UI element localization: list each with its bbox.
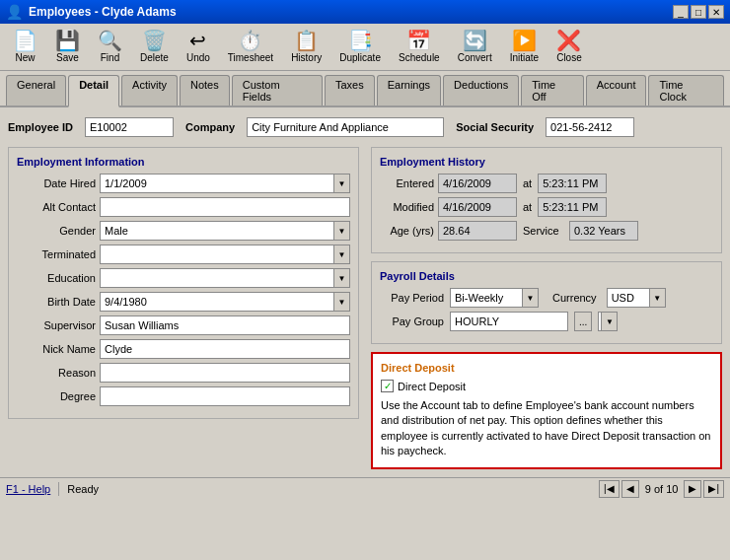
date-hired-row: Date Hired ▼ <box>17 174 350 193</box>
date-hired-input[interactable] <box>100 174 350 193</box>
terminated-input[interactable] <box>100 245 350 264</box>
education-label: Education <box>17 272 96 284</box>
title-bar-controls: _ □ ✕ <box>673 5 724 19</box>
tab-deductions[interactable]: Deductions <box>443 75 519 105</box>
close-toolbar-button[interactable]: ❌ Close <box>549 28 589 66</box>
ssn-input[interactable] <box>546 117 634 137</box>
pay-group-select-input[interactable] <box>598 312 618 331</box>
tab-general[interactable]: General <box>6 75 66 105</box>
title-bar: 👤 Employees - Clyde Adams _ □ ✕ <box>0 0 730 24</box>
schedule-icon: 📅 <box>406 31 431 50</box>
nick-name-input[interactable] <box>100 339 350 359</box>
save-label: Save <box>56 52 79 63</box>
gender-input[interactable] <box>100 221 350 241</box>
nav-next-button[interactable]: ▶ <box>684 480 701 498</box>
tab-bar: General Detail Activity Notes Custom Fie… <box>0 71 730 107</box>
entered-date-input[interactable] <box>438 174 517 193</box>
new-button[interactable]: 📄 New <box>6 28 44 66</box>
pay-period-row: Pay Period ▼ Currency ▼ <box>380 288 713 308</box>
save-button[interactable]: 💾 Save <box>48 28 87 66</box>
delete-button[interactable]: 🗑️ Delete <box>133 28 176 66</box>
supervisor-input[interactable] <box>100 315 350 335</box>
timesheet-icon: ⏱️ <box>238 31 262 50</box>
convert-button[interactable]: 🔄 Convert <box>451 28 499 66</box>
nav-last-button[interactable]: ▶| <box>703 480 724 498</box>
alt-contact-row: Alt Contact <box>17 197 350 217</box>
new-icon: 📄 <box>13 31 37 50</box>
tab-time-off[interactable]: Time Off <box>521 75 584 105</box>
close-button[interactable]: ✕ <box>708 5 724 19</box>
nav-first-button[interactable]: |◀ <box>599 480 620 498</box>
birth-date-label: Birth Date <box>17 296 96 308</box>
main-content: Employee ID Company Social Security Empl… <box>0 107 730 477</box>
tab-earnings[interactable]: Earnings <box>377 75 441 105</box>
detail-columns: Employment Information Date Hired ▼ Alt … <box>8 147 722 469</box>
pay-group-input[interactable] <box>450 312 568 331</box>
gender-select-wrapper: ▼ <box>100 221 350 241</box>
duplicate-button[interactable]: 📑 Duplicate <box>332 28 388 66</box>
currency-input[interactable] <box>607 288 666 308</box>
maximize-button[interactable]: □ <box>691 5 706 19</box>
tab-taxes[interactable]: Taxes <box>325 75 375 105</box>
nav-total: 10 <box>666 483 678 495</box>
initiate-label: Initiate <box>510 52 539 63</box>
nick-name-row: Nick Name <box>17 339 350 359</box>
modified-date-input[interactable] <box>438 197 517 217</box>
tab-time-clock[interactable]: Time Clock <box>648 75 724 105</box>
close-toolbar-label: Close <box>556 52 582 63</box>
modified-time-input[interactable] <box>538 197 607 217</box>
find-icon: 🔍 <box>98 31 122 50</box>
payroll-details-title: Payroll Details <box>380 270 713 282</box>
birth-date-input[interactable] <box>100 292 350 312</box>
entered-time-input[interactable] <box>538 174 607 193</box>
close-toolbar-icon: ❌ <box>556 31 581 50</box>
degree-row: Degree <box>17 386 350 406</box>
tab-account[interactable]: Account <box>586 75 647 105</box>
initiate-button[interactable]: ▶️ Initiate <box>503 28 546 66</box>
age-label: Age (yrs) <box>380 225 434 237</box>
minimize-button[interactable]: _ <box>673 5 689 19</box>
employment-info-title: Employment Information <box>17 156 350 168</box>
gender-row: Gender ▼ <box>17 221 350 241</box>
pay-period-input[interactable] <box>450 288 539 308</box>
reason-input[interactable] <box>100 363 350 383</box>
company-input[interactable] <box>247 117 444 137</box>
employment-info-section: Employment Information Date Hired ▼ Alt … <box>8 147 359 419</box>
company-label: Company <box>185 121 235 133</box>
help-link[interactable]: F1 - Help <box>6 483 50 495</box>
pay-group-select-wrapper: ▼ <box>598 312 618 331</box>
find-button[interactable]: 🔍 Find <box>91 28 129 66</box>
education-row: Education ▼ <box>17 268 350 288</box>
modified-row: Modified at <box>380 197 713 217</box>
terminated-row: Terminated ▼ <box>17 245 350 264</box>
tab-activity[interactable]: Activity <box>121 75 178 105</box>
schedule-button[interactable]: 📅 Schedule <box>392 28 447 66</box>
education-input[interactable] <box>100 268 350 288</box>
service-input[interactable] <box>569 221 638 241</box>
initiate-icon: ▶️ <box>512 31 537 50</box>
history-icon: 📋 <box>294 31 319 50</box>
employee-id-label: Employee ID <box>8 121 73 133</box>
window-title: Employees - Clyde Adams <box>29 5 177 19</box>
alt-contact-input[interactable] <box>100 197 350 217</box>
tab-notes[interactable]: Notes <box>180 75 230 105</box>
employee-info-row: Employee ID Company Social Security <box>8 115 722 139</box>
tab-detail[interactable]: Detail <box>68 75 119 107</box>
navigation-controls: |◀ ◀ 9 of 10 ▶ ▶| <box>599 480 724 498</box>
status-separator <box>58 482 59 496</box>
employee-id-input[interactable] <box>85 117 174 137</box>
undo-button[interactable]: ↩ Undo <box>180 28 217 66</box>
currency-label: Currency <box>552 292 597 304</box>
pay-group-dots-button[interactable]: ... <box>574 312 592 331</box>
age-input[interactable] <box>438 221 517 241</box>
right-panel: Employment History Entered at Modified a… <box>371 147 722 469</box>
timesheet-button[interactable]: ⏱️ Timesheet <box>221 28 280 66</box>
history-label: History <box>291 52 322 63</box>
left-panel: Employment Information Date Hired ▼ Alt … <box>8 147 359 469</box>
history-button[interactable]: 📋 History <box>284 28 328 66</box>
tab-custom-fields[interactable]: Custom Fields <box>232 75 323 105</box>
direct-deposit-checkbox[interactable]: ✓ <box>381 380 394 392</box>
nav-prev-button[interactable]: ◀ <box>621 480 639 498</box>
degree-input[interactable] <box>100 386 350 406</box>
nav-of: of <box>654 483 666 495</box>
